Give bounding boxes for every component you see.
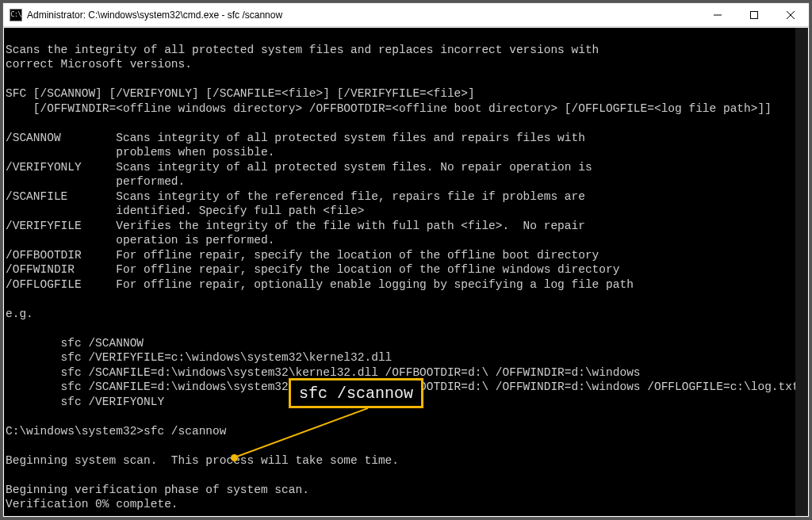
minimize-button[interactable]: [699, 3, 736, 27]
vertical-scrollbar[interactable]: [795, 28, 808, 516]
cmd-window: C:\ Administrator: C:\windows\system32\c…: [2, 2, 810, 518]
svg-rect-0: [751, 11, 758, 18]
annotation-dot: [231, 454, 238, 461]
window-title: Administrator: C:\windows\system32\cmd.e…: [27, 10, 282, 21]
titlebar[interactable]: C:\ Administrator: C:\windows\system32\c…: [3, 3, 809, 27]
annotation-text: sfc /scannow: [299, 384, 413, 403]
terminal-output[interactable]: Scans the integrity of all protected sys…: [4, 28, 808, 516]
maximize-button[interactable]: [736, 3, 772, 27]
annotation-callout: sfc /scannow: [289, 378, 423, 408]
cmd-icon: C:\: [10, 9, 22, 21]
close-button[interactable]: [772, 3, 809, 27]
